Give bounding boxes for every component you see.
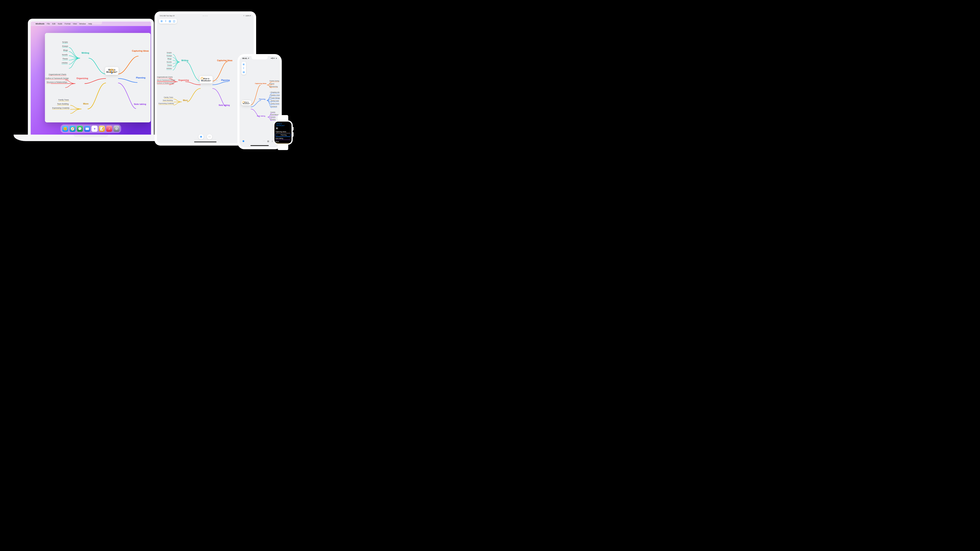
share-icon[interactable]: ⇧ [165,20,167,22]
expand-arrow-icon[interactable]: › [256,98,256,100]
leaf-blogs[interactable]: Blogs [63,49,68,52]
menu-help[interactable]: Help [88,23,92,25]
leaf-novels[interactable]: Novels [167,61,172,63]
leaf-articles[interactable]: Articles [62,62,68,64]
leaf-family[interactable]: Family Trees [58,99,69,101]
leaf-vacation[interactable]: Vacation Checklists [271,94,280,96]
leaf-essays[interactable]: Essays [167,55,172,57]
watch-item[interactable]: ◯ Planning› [275,134,291,137]
home-indicator[interactable] [250,145,269,146]
dock-safari-icon[interactable]: 🧭 [70,126,76,132]
leaf-homework[interactable]: Homework [271,106,277,108]
branch-organizing[interactable]: Organizing [76,77,88,80]
branch-planning[interactable]: Planning [136,76,145,79]
branch-writing[interactable]: Writing [81,52,89,54]
leaf-outline[interactable]: Outline & Framework Design [45,77,69,80]
lightbulb-icon [105,67,119,75]
watch-item[interactable]: Capturing Ideas› [275,130,291,133]
leaf-family[interactable]: Family Trees [164,96,173,99]
leaf-outline[interactable]: Outline & Framework Design [157,79,175,81]
branch-planning[interactable]: Planning [221,79,230,81]
expand-arrow-icon[interactable]: › [216,79,217,81]
center-node[interactable]: What is MindNode? [105,67,119,75]
leaf-org-charts[interactable]: Organizational Charts [157,76,173,78]
dock-mindnode-icon[interactable]: ✦ [91,126,97,132]
center-node-ipad[interactable]: What is MindNode? [200,76,213,83]
watch-center-icon[interactable]: ▣ [275,127,278,129]
dock-notes-icon[interactable]: 📝 [99,126,105,132]
branch-organizing[interactable]: Organizing [178,79,189,81]
leaf-essays[interactable]: Essays [62,45,68,48]
image-icon[interactable]: ▦ [267,140,269,143]
digital-crown[interactable] [292,127,294,131]
leaf-thesis[interactable]: Thesis [167,64,172,67]
watch-back-button[interactable]: ‹ What is MindNode? [275,123,291,126]
documents-icon[interactable]: ⊞ [161,20,162,22]
branch-planning[interactable]: Planning [259,98,266,100]
dock-music-icon[interactable]: ♪ [106,126,112,132]
ipad-time: 9:41 AM Tue Sep 15 [160,15,175,17]
leaf-blogs[interactable]: Blogs [167,58,172,60]
leaf-brainstorm[interactable]: Brainstorming [270,86,278,88]
more-icon[interactable]: ⋯ [263,140,265,143]
leaf-team[interactable]: Team Building [57,103,69,105]
branch-capturing[interactable]: Capturing Ideas [255,83,267,84]
leaf-creativity[interactable]: Expressing Creativity [159,102,174,105]
leaf-shopping[interactable]: Shopping Lists [271,91,280,93]
leaf-team[interactable]: Team Building [162,99,173,102]
menu-format[interactable]: Format [65,23,70,25]
leaf-creativity[interactable]: Expressing Creativity [52,107,70,109]
branch-more[interactable]: More [83,102,88,105]
leaf-structure[interactable]: Structure & Relationships [46,81,67,84]
leaf-scripts[interactable]: Scripts [62,41,68,43]
leaf-weekly[interactable]: Weekly Goals [271,100,279,102]
leaf-structure[interactable]: Structure & Relationships [157,82,174,84]
watch-item[interactable]: More› [275,140,291,143]
mindmap-view-icon[interactable]: ✱ [199,134,204,140]
branch-more[interactable]: More [183,99,188,102]
branch-capturing[interactable]: Capturing Ideas [217,59,232,62]
ipad-toolbar: ⊞ ⇧ ▤ ◫ [159,19,177,24]
branch-notetaking[interactable]: Note taking [219,104,230,106]
branch-notetaking[interactable]: Note taking [134,103,146,105]
watch-item[interactable]: Note taking› [275,137,291,140]
watch-list: Capturing Ideas›◯ Planning›Note taking›M… [275,130,291,143]
leaf-scripts[interactable]: Scripts [167,52,172,54]
menu-node[interactable]: Node [58,23,62,25]
dock-mail-icon[interactable]: ✉️ [84,126,90,132]
branch-notetaking[interactable]: Note taking [257,115,265,117]
ipad-bottom-toolbar: ✱ ⋯ [199,134,212,140]
more-options-icon[interactable]: ⋯ [207,134,212,140]
home-indicator[interactable] [194,142,216,142]
leaf-org-charts[interactable]: Organizational Charts [49,73,66,76]
iphone-signal-icon: ••ll ᯤ ▮ [271,57,277,59]
dock-messages-icon[interactable]: 💬 [77,126,83,132]
leaf-articles[interactable]: Articles [167,67,172,70]
menu-window[interactable]: Window [79,23,86,25]
mindmap-canvas-mac[interactable]: What is MindNode? [45,33,151,123]
leaf-novels[interactable]: Novels [62,54,68,56]
svg-point-0 [110,70,113,73]
menu-edit[interactable]: Edit [52,23,56,25]
mindmap-view-icon[interactable]: ✱ [242,140,245,143]
leaf-problem[interactable]: Problem Solving [270,80,279,82]
macbook-base [14,135,168,141]
ipad-battery: ᯤ 100% ▮ [243,15,251,17]
branch-capturing[interactable]: Capturing Ideas [132,49,149,52]
branch-writing[interactable]: Writing [181,59,188,62]
menu-view[interactable]: View [73,23,77,25]
leaf-pm[interactable]: Project Management [271,97,280,99]
center-node-iphone[interactable]: What is MindNode? [242,100,251,105]
menubar-app-name[interactable]: MindNode [36,23,45,25]
sidebar-toggle-icon[interactable]: ◫ [173,20,175,22]
menu-file[interactable]: File [47,23,50,25]
leaf-thesis[interactable]: Thesis [62,58,68,60]
leaf-courses[interactable]: Courses [270,111,275,113]
dock-finder-icon[interactable]: 😊 [62,126,68,132]
multitask-dots-icon[interactable]: • • • [203,15,208,17]
dock-settings-icon[interactable]: ⚙ [113,126,119,132]
leaf-projects[interactable]: Projects [270,83,274,85]
outline-toggle-icon[interactable]: ▤ [169,20,171,22]
side-button[interactable] [293,132,294,137]
leaf-chores[interactable]: Family Chores [271,103,279,105]
